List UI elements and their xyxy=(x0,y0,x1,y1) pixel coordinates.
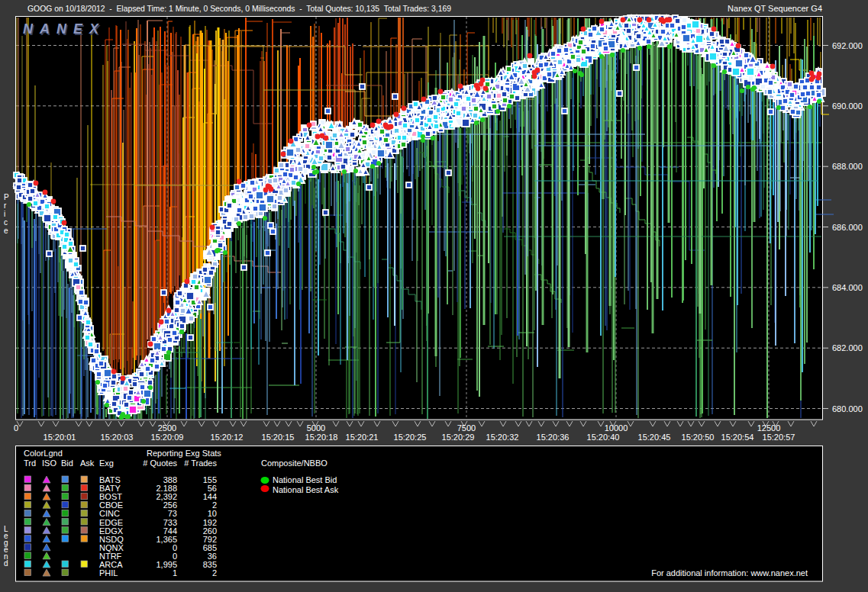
svg-text:GOOG on 10/18/2012 - Elapsed: GOOG on 10/18/2012 - Elapsed Time: 1 Min… xyxy=(27,4,451,13)
svg-text:7500: 7500 xyxy=(457,423,476,433)
svg-text:15:20:32: 15:20:32 xyxy=(486,433,519,442)
svg-text:15:20:36: 15:20:36 xyxy=(537,433,570,442)
svg-text:d: d xyxy=(4,559,8,568)
svg-text:15:20:29: 15:20:29 xyxy=(442,433,475,442)
svg-text:15:20:15: 15:20:15 xyxy=(262,433,295,442)
svg-text:ColorLgnd: ColorLgnd xyxy=(24,449,63,458)
svg-text:15:20:09: 15:20:09 xyxy=(151,433,184,442)
svg-text:15:20:18: 15:20:18 xyxy=(305,433,338,442)
svg-text:NANEX: NANEX xyxy=(23,21,105,37)
svg-text:P: P xyxy=(4,193,9,201)
svg-text:1: 1 xyxy=(173,568,177,578)
svg-text:15:20:57: 15:20:57 xyxy=(763,433,795,442)
svg-text:15:20:01: 15:20:01 xyxy=(44,433,76,442)
svg-text:15:20:45: 15:20:45 xyxy=(638,433,671,442)
svg-text:5000: 5000 xyxy=(307,423,325,433)
svg-text:# Trades: # Trades xyxy=(184,458,217,468)
svg-text:2: 2 xyxy=(212,568,217,578)
svg-text:Reporting Exg Stats: Reporting Exg Stats xyxy=(147,449,221,458)
svg-text:15:20:50: 15:20:50 xyxy=(682,433,715,442)
svg-text:682.000: 682.000 xyxy=(832,343,863,352)
svg-text:PHIL: PHIL xyxy=(99,568,118,578)
svg-text:15:20:54: 15:20:54 xyxy=(721,433,754,442)
svg-text:c: c xyxy=(4,218,8,227)
svg-text:For additional information: ww: For additional information: www.nanex.ne… xyxy=(651,568,808,578)
svg-text:Composite/NBBO: Composite/NBBO xyxy=(261,458,328,468)
svg-text:12500: 12500 xyxy=(757,423,781,433)
svg-text:692.000: 692.000 xyxy=(832,41,863,50)
svg-text:2500: 2500 xyxy=(158,423,176,433)
svg-text:15:20:21: 15:20:21 xyxy=(346,433,379,442)
svg-text:Trd: Trd xyxy=(24,458,36,468)
svg-text:e: e xyxy=(4,227,8,235)
svg-text:680.000: 680.000 xyxy=(832,404,863,413)
svg-text:Nanex QT Sequencer G4: Nanex QT Sequencer G4 xyxy=(728,4,822,13)
svg-text:15:20:25: 15:20:25 xyxy=(394,433,427,442)
svg-text:688.000: 688.000 xyxy=(832,162,863,171)
svg-text:# Quotes: # Quotes xyxy=(143,458,177,468)
svg-text:10000: 10000 xyxy=(605,423,628,433)
svg-text:Ask: Ask xyxy=(80,458,95,468)
svg-text:Bid: Bid xyxy=(61,458,73,468)
svg-text:686.000: 686.000 xyxy=(832,223,863,232)
svg-text:684.000: 684.000 xyxy=(832,283,863,292)
svg-text:Exg: Exg xyxy=(99,458,114,468)
svg-text:i: i xyxy=(4,210,5,218)
svg-text:690.000: 690.000 xyxy=(832,101,863,111)
svg-text:National Best Ask: National Best Ask xyxy=(273,485,339,494)
svg-text:15:20:03: 15:20:03 xyxy=(101,433,134,442)
svg-text:15:20:40: 15:20:40 xyxy=(587,433,620,442)
svg-text:0: 0 xyxy=(14,423,18,433)
svg-text:ISO: ISO xyxy=(42,458,56,468)
svg-text:National Best Bid: National Best Bid xyxy=(273,475,337,484)
svg-text:15:20:12: 15:20:12 xyxy=(211,433,244,442)
